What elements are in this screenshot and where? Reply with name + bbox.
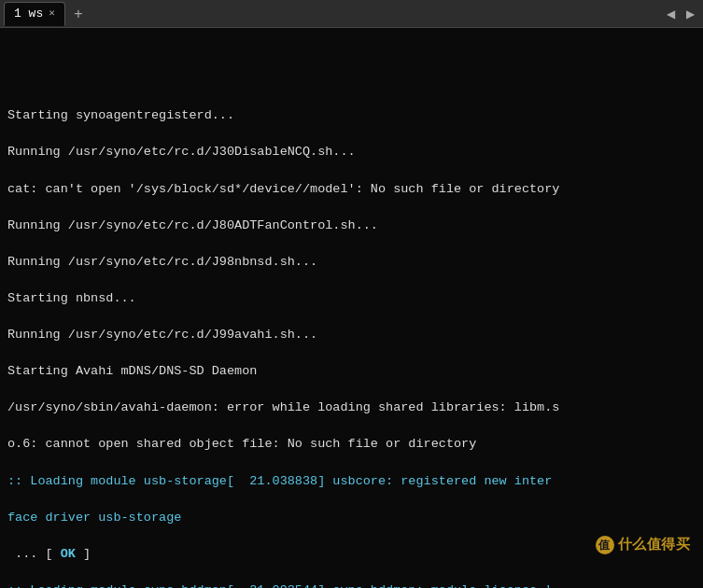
terminal-line: Running /usr/syno/etc/rc.d/J80ADTFanCont… — [7, 217, 696, 235]
terminal-line: Running /usr/syno/etc/rc.d/J98nbnsd.sh..… — [7, 253, 696, 272]
tab-navigation: ◀ ▶ — [662, 6, 699, 22]
tab-bar: 1 ws ✕ + ◀ ▶ — [0, 0, 703, 28]
watermark: 值什么值得买 — [578, 513, 690, 575]
watermark-icon: 值 — [596, 536, 614, 554]
tab-label: 1 ws — [14, 7, 43, 21]
terminal-content: Starting synoagentregisterd... Running /… — [7, 70, 696, 588]
terminal-line: Running /usr/syno/etc/rc.d/J99avahi.sh..… — [7, 326, 696, 344]
terminal-line: :: Loading module usb-storage[ 21.038838… — [7, 472, 696, 491]
new-tab-button[interactable]: + — [67, 3, 90, 25]
terminal-line: Starting nbnsd... — [7, 289, 696, 308]
terminal-area[interactable]: Starting synoagentregisterd... Running /… — [0, 28, 703, 588]
terminal-line: Starting synoagentregisterd... — [7, 106, 696, 125]
terminal-line: :: Loading module syno_hddmon[ 21.093544… — [7, 581, 696, 588]
tab-prev-button[interactable]: ◀ — [662, 6, 680, 22]
tab-next-button[interactable]: ▶ — [682, 6, 699, 22]
terminal-line: o.6: cannot open shared object file: No … — [7, 435, 696, 454]
watermark-text: 什么值得买 — [618, 536, 691, 552]
tab-close-button[interactable]: ✕ — [49, 8, 55, 19]
terminal-line: /usr/syno/sbin/avahi-daemon: error while… — [7, 399, 696, 417]
active-tab[interactable]: 1 ws ✕ — [4, 2, 65, 26]
terminal-line: Running /usr/syno/etc/rc.d/J30DisableNCQ… — [7, 143, 696, 161]
terminal-line: cat: can't open '/sys/block/sd*/device//… — [7, 180, 696, 199]
terminal-line: Starting Avahi mDNS/DNS-SD Daemon — [7, 362, 696, 381]
